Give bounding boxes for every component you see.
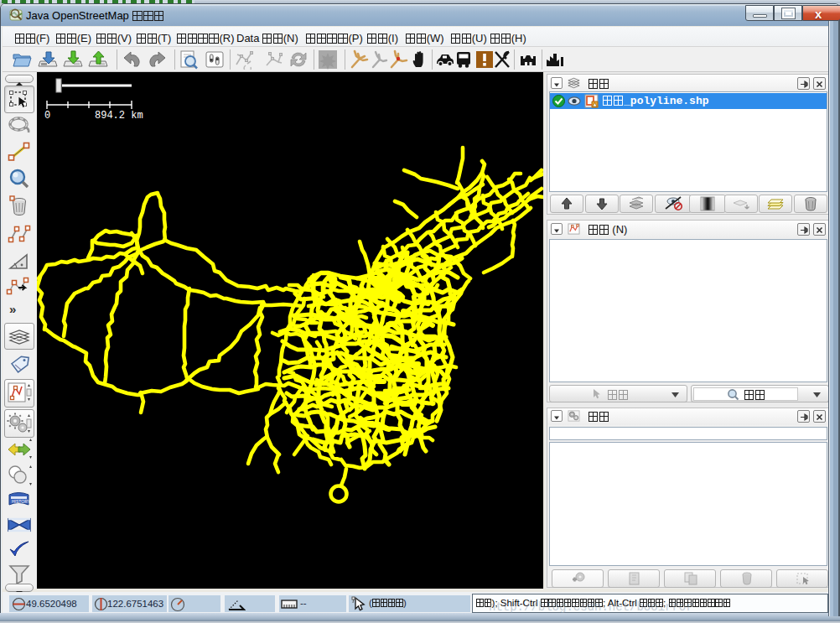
svg-text:894.2 km: 894.2 km (95, 110, 143, 122)
svg-text:HISTORY: HISTORY (12, 499, 31, 504)
svg-text:0: 0 (44, 110, 50, 122)
